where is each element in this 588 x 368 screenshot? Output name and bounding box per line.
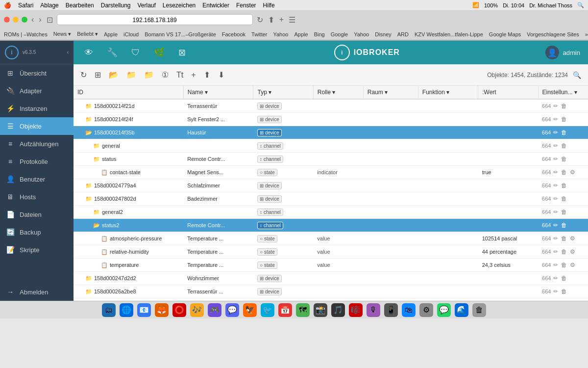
bookmark-news[interactable]: News ▾ [53,31,72,37]
columns-btn[interactable]: ⊞ [92,68,104,81]
bookmark-yahoo2[interactable]: Yahoo [354,31,369,37]
dock-discord[interactable]: 💬 [225,303,239,317]
table-row[interactable]: 📁general ↕ channel 664 ✏ 🗑 [74,139,588,153]
dock-calendar[interactable]: 📅 [278,303,292,317]
table-row[interactable]: 📂status2Remote Contr... ↕ channel 664 ✏ … [74,219,588,232]
col-header-func[interactable]: Funktion ▾ [418,86,478,99]
eye-icon-btn[interactable]: 👁 [81,46,96,60]
dock-settings[interactable]: ⚙ [419,303,433,317]
shield-icon-btn[interactable]: 🛡 [128,46,143,60]
edit-btn[interactable]: ✏ [553,221,559,229]
col-header-room[interactable]: Raum ▾ [363,86,418,99]
table-row[interactable]: 📁158d000214f21dTerrassentür ⊞ device 664… [74,99,588,113]
gear-btn[interactable]: ⚙ [569,168,576,176]
badge-btn[interactable]: ① [159,68,172,81]
filter-btn[interactable]: 🔍 [570,69,584,81]
share-button[interactable]: ⬆ [267,15,275,25]
bookmark-apple[interactable]: Apple [104,31,118,37]
bookmark-icloud[interactable]: iCloud [123,31,139,37]
delete-btn[interactable]: 🗑 [561,208,567,216]
bookmark-beliebt[interactable]: Beliebt ▾ [77,31,98,37]
edit-btn[interactable]: ✏ [553,235,559,242]
edit-btn[interactable]: ✏ [553,261,559,269]
dock-iphone[interactable]: 📱 [384,303,398,317]
bookmark-ard[interactable]: ARD [397,31,409,37]
sidebar-item-adapter[interactable]: 🔌 Adapter [0,82,74,100]
edit-btn[interactable]: ✏ [553,208,559,216]
wrench-icon-btn[interactable]: 🔧 [104,45,121,60]
add-btn[interactable]: + [188,69,198,81]
bookmark-bing[interactable]: Bing [314,31,325,37]
delete-btn[interactable]: 🗑 [561,248,567,256]
dock-safari[interactable]: 🌐 [120,303,133,317]
edit-btn[interactable]: ✏ [553,168,559,176]
table-row[interactable]: 📋temperatureTemperature ... ○ state valu… [74,259,588,272]
table-row[interactable]: 📁158d00024779a4Schlafzimmer ⊞ device 664… [74,179,588,192]
bookmark-kzv[interactable]: KZV Westfalen...tfalen-Lippe [415,31,483,37]
edit-btn[interactable]: ✏ [553,102,559,110]
sidebar-item-dateien[interactable]: 📄 Dateien [0,206,74,223]
menu-fenster[interactable]: Fenster [236,2,256,9]
col-header-id[interactable]: ID [74,86,183,99]
sidebar-item-uebersicht[interactable]: ⊞ Übersicht [0,64,74,82]
sidebar-item-benutzer[interactable]: 👤 Benutzer [0,170,74,188]
sidebar-toggle[interactable]: ☰ [288,15,296,25]
close-button[interactable] [4,17,10,23]
dock-appstore[interactable]: 🛍 [402,303,416,317]
gear-btn[interactable]: ⚙ [569,235,576,242]
col-header-type[interactable]: Typ ▾ [253,86,313,99]
folder-open-btn[interactable]: 📂 [106,68,122,81]
edit-btn[interactable]: ✏ [553,115,559,123]
dock-maps[interactable]: 🗺 [296,303,310,317]
table-row[interactable]: 📁158d000214f24fSylt Fenster2 ... ⊞ devic… [74,113,588,126]
delete-btn[interactable]: 🗑 [561,115,567,123]
bookmark-vorgeschlagen[interactable]: Vorgeschlagene Sites [527,31,579,37]
new-tab-button[interactable]: + [278,15,285,24]
dock-podcast[interactable]: 🎙 [367,303,380,317]
edit-btn[interactable]: ✏ [553,182,559,189]
menu-hilfe[interactable]: Hilfe [263,2,275,9]
refresh-button[interactable]: ↻ [256,15,264,25]
sidebar-item-backup[interactable]: 🔄 Backup [0,223,74,241]
bookmark-roms[interactable]: ROMs | –Watches [4,31,48,37]
back-button[interactable]: ‹ [30,15,35,24]
gear-btn[interactable]: ⚙ [569,248,576,256]
sidebar-collapse-icon[interactable]: ‹ [67,50,69,55]
edit-btn[interactable]: ✏ [553,142,559,150]
sidebar-item-hosts[interactable]: 🖥 Hosts [0,188,74,206]
delete-btn[interactable]: 🗑 [561,195,567,203]
edit-btn[interactable]: ✏ [553,155,559,163]
gear-btn[interactable]: ⚙ [569,261,576,269]
col-header-settings[interactable]: Einstellun... ▾ [538,86,588,99]
minimize-button[interactable] [13,17,19,23]
table-row[interactable]: 📁158d000247d2d2Wohnzimmer ⊞ device 664 ✏… [74,272,588,285]
text-btn[interactable]: Tt [173,69,186,81]
bookmark-more[interactable]: » [585,31,588,37]
dock-app1[interactable]: ⭕ [172,303,186,317]
search-icon[interactable]: 🔍 [577,2,584,8]
table-row[interactable]: 📁statusRemote Contr... ↕ channel 664 ✏ 🗑 [74,153,588,166]
dock-whatsapp[interactable]: 💬 [437,303,451,317]
table-row[interactable]: 📁general2 ↕ channel 664 ✏ 🗑 [74,206,588,219]
dock-itunes[interactable]: 🎼 [349,303,363,317]
menu-verlauf[interactable]: Verlauf [137,2,155,9]
edit-btn[interactable]: ✏ [553,129,559,136]
menu-bearbeiten[interactable]: Bearbeiten [66,2,94,9]
dock-mail[interactable]: 📧 [137,303,151,317]
delete-btn[interactable]: 🗑 [561,168,567,176]
dock-app4[interactable]: 🦅 [243,303,257,317]
table-row[interactable]: 📋atmospheric-pressureTemperature ... ○ s… [74,232,588,245]
delete-btn[interactable]: 🗑 [561,129,567,136]
table-row[interactable]: 📋contact-stateMagnet Sens... ○ state ind… [74,166,588,179]
col-header-role[interactable]: Rolle ▾ [313,86,363,99]
folder-new-btn[interactable]: 📁 [141,68,157,81]
dock-finder[interactable]: 🗂 [102,303,116,317]
table-row[interactable]: 📁158d000247802dBadezimmer ⊞ device 664 ✏… [74,192,588,206]
bookmark-bomann[interactable]: Bomann VS 17...–Großgeräte [145,31,216,37]
dock-app5[interactable]: 🐦 [261,303,274,317]
address-bar[interactable]: 192.168.178.189 [57,14,253,25]
bookmark-twitter[interactable]: Twitter [251,31,267,37]
menu-safari[interactable]: Safari [18,2,33,9]
menu-darstellung[interactable]: Darstellung [101,2,131,9]
bookmark-facebook[interactable]: Facebook [222,31,245,37]
